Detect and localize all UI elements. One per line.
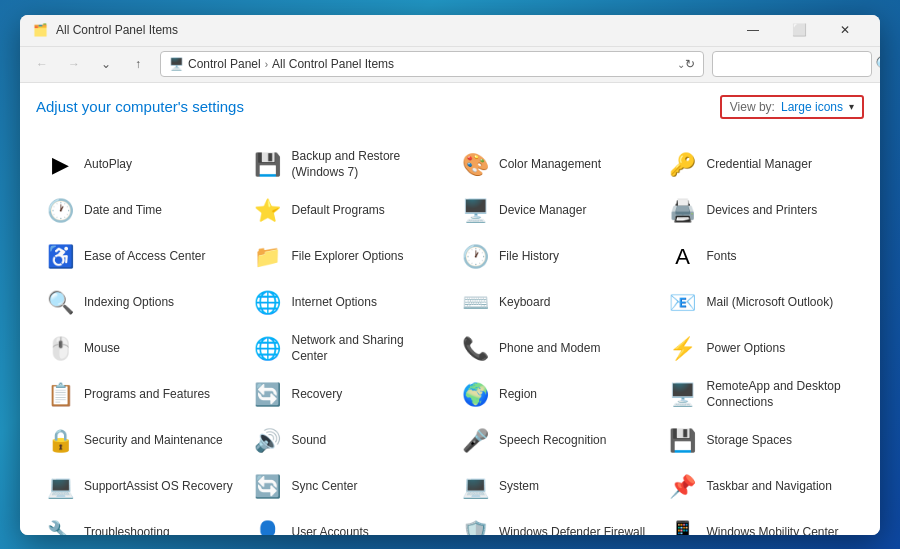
breadcrumb-icon: 🖥️ (169, 57, 184, 71)
item-icon: 📧 (667, 287, 699, 319)
list-item[interactable]: ⚡ Power Options (659, 327, 865, 371)
minimize-button[interactable]: — (730, 15, 776, 47)
list-item[interactable]: 💻 SupportAssist OS Recovery (36, 465, 242, 509)
list-item[interactable]: 📱 Windows Mobility Center (659, 511, 865, 535)
content-area: Adjust your computer's settings View by:… (20, 83, 880, 535)
item-label: Mail (Microsoft Outlook) (707, 295, 834, 311)
main-window: 🗂️ All Control Panel Items — ⬜ ✕ ← → ⌄ ↑… (20, 15, 880, 535)
list-item[interactable]: 🔒 Security and Maintenance (36, 419, 242, 463)
list-item[interactable]: 💾 Storage Spaces (659, 419, 865, 463)
item-label: SupportAssist OS Recovery (84, 479, 233, 495)
list-item[interactable]: ⭐ Default Programs (244, 189, 450, 233)
item-label: Indexing Options (84, 295, 174, 311)
list-item[interactable]: 🕐 Date and Time (36, 189, 242, 233)
item-label: Phone and Modem (499, 341, 600, 357)
item-label: Device Manager (499, 203, 586, 219)
list-item[interactable]: 👤 User Accounts (244, 511, 450, 535)
view-by-label: View by: (730, 100, 775, 114)
list-item[interactable]: 📁 File Explorer Options (244, 235, 450, 279)
list-item[interactable]: 🌐 Network and Sharing Center (244, 327, 450, 371)
item-label: Power Options (707, 341, 786, 357)
item-icon: 🖨️ (667, 195, 699, 227)
list-item[interactable]: 💾 Backup and Restore (Windows 7) (244, 143, 450, 187)
item-label: Credential Manager (707, 157, 812, 173)
list-item[interactable]: 🔄 Recovery (244, 373, 450, 417)
window-controls: — ⬜ ✕ (730, 15, 868, 47)
view-by-value: Large icons (781, 100, 843, 114)
restore-button[interactable]: ⬜ (776, 15, 822, 47)
item-label: Troubleshooting (84, 525, 170, 535)
address-bar[interactable]: 🖥️ Control Panel › All Control Panel Ite… (160, 51, 704, 77)
list-item[interactable]: 🖥️ Device Manager (451, 189, 657, 233)
list-item[interactable]: 🖨️ Devices and Printers (659, 189, 865, 233)
list-item[interactable]: 🖥️ RemoteApp and Desktop Connections (659, 373, 865, 417)
back-button[interactable]: ← (28, 50, 56, 78)
breadcrumb-control-panel: Control Panel (188, 57, 261, 71)
item-icon: 🔄 (252, 379, 284, 411)
content-header: Adjust your computer's settings View by:… (36, 95, 864, 127)
recent-locations-button[interactable]: ⌄ (92, 50, 120, 78)
item-label: Keyboard (499, 295, 550, 311)
search-input[interactable] (721, 57, 871, 71)
item-label: Speech Recognition (499, 433, 606, 449)
list-item[interactable]: 🕐 File History (451, 235, 657, 279)
item-icon: 🎤 (459, 425, 491, 457)
search-icon: 🔍 (875, 55, 880, 74)
item-icon: ♿ (44, 241, 76, 273)
item-icon: 📱 (667, 517, 699, 535)
list-item[interactable]: 🖱️ Mouse (36, 327, 242, 371)
list-item[interactable]: 🎨 Color Management (451, 143, 657, 187)
list-item[interactable]: 📧 Mail (Microsoft Outlook) (659, 281, 865, 325)
list-item[interactable]: 🔑 Credential Manager (659, 143, 865, 187)
item-icon: 🕐 (459, 241, 491, 273)
nav-bar: ← → ⌄ ↑ 🖥️ Control Panel › All Control P… (20, 47, 880, 83)
item-label: Mouse (84, 341, 120, 357)
list-item[interactable]: 🔍 Indexing Options (36, 281, 242, 325)
list-item[interactable]: 🔊 Sound (244, 419, 450, 463)
title-bar: 🗂️ All Control Panel Items — ⬜ ✕ (20, 15, 880, 47)
item-label: Date and Time (84, 203, 162, 219)
list-item[interactable]: ▶ AutoPlay (36, 143, 242, 187)
item-label: Internet Options (292, 295, 377, 311)
item-icon: 🔒 (44, 425, 76, 457)
search-bar[interactable]: 🔍 (712, 51, 872, 77)
view-by-control[interactable]: View by: Large icons ▾ (720, 95, 864, 119)
list-item[interactable]: 📋 Programs and Features (36, 373, 242, 417)
items-grid: ▶ AutoPlay 💾 Backup and Restore (Windows… (36, 143, 864, 535)
list-item[interactable]: 🔧 Troubleshooting (36, 511, 242, 535)
item-label: Windows Defender Firewall (499, 525, 645, 535)
item-icon: A (667, 241, 699, 273)
close-button[interactable]: ✕ (822, 15, 868, 47)
item-icon: 🖥️ (459, 195, 491, 227)
refresh-button[interactable]: ↻ (685, 57, 695, 71)
list-item[interactable]: 🔄 Sync Center (244, 465, 450, 509)
item-icon: 🌐 (252, 333, 284, 365)
list-item[interactable]: 🎤 Speech Recognition (451, 419, 657, 463)
item-label: Color Management (499, 157, 601, 173)
item-icon: 🖥️ (667, 379, 699, 411)
item-label: Storage Spaces (707, 433, 792, 449)
breadcrumb-current: All Control Panel Items (272, 57, 394, 71)
list-item[interactable]: 💻 System (451, 465, 657, 509)
item-icon: 📋 (44, 379, 76, 411)
forward-button[interactable]: → (60, 50, 88, 78)
item-label: File Explorer Options (292, 249, 404, 265)
item-icon: ⭐ (252, 195, 284, 227)
list-item[interactable]: ⌨️ Keyboard (451, 281, 657, 325)
item-icon: 🖱️ (44, 333, 76, 365)
dropdown-arrow[interactable]: ⌄ (677, 59, 685, 70)
up-button[interactable]: ↑ (124, 50, 152, 78)
list-item[interactable]: 🛡️ Windows Defender Firewall (451, 511, 657, 535)
item-icon: 🔑 (667, 149, 699, 181)
list-item[interactable]: 📞 Phone and Modem (451, 327, 657, 371)
list-item[interactable]: 🌐 Internet Options (244, 281, 450, 325)
list-item[interactable]: A Fonts (659, 235, 865, 279)
list-item[interactable]: 📌 Taskbar and Navigation (659, 465, 865, 509)
item-label: Sync Center (292, 479, 358, 495)
item-label: Ease of Access Center (84, 249, 205, 265)
item-icon: 👤 (252, 517, 284, 535)
list-item[interactable]: ♿ Ease of Access Center (36, 235, 242, 279)
list-item[interactable]: 🌍 Region (451, 373, 657, 417)
item-icon: 🔊 (252, 425, 284, 457)
window-icon: 🗂️ (32, 22, 48, 38)
